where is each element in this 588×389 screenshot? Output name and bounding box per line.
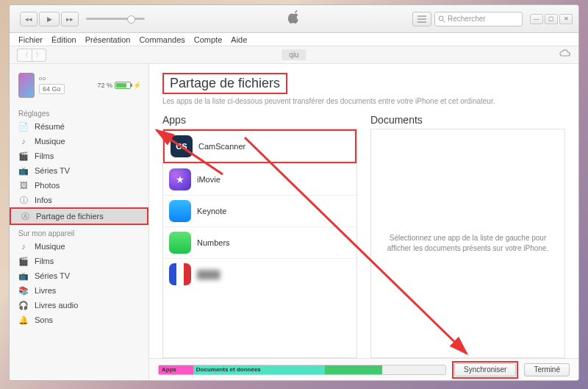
app-label: ████ [197, 270, 220, 279]
columns: Apps CSCamScanner★iMovieKeynoteNumbers██… [149, 108, 578, 358]
body: 64 Go 72 % ⚡ Réglages 📄Résumé♪Musique🎬Fi… [10, 64, 578, 380]
storage-seg-other [325, 365, 382, 374]
menu-edit[interactable]: Édition [51, 35, 76, 44]
next-button[interactable]: ▸▸ [61, 12, 79, 26]
app-icon: ★ [169, 168, 191, 190]
device-bar: 〈 〉 qiu [10, 46, 578, 64]
app-item-imovie[interactable]: ★iMovie [163, 163, 356, 195]
sidebar-icon: 📺 [18, 271, 29, 281]
list-view-button[interactable] [412, 12, 431, 26]
menu-account[interactable]: Compte [194, 35, 223, 44]
sidebar-label: Résumé [35, 122, 65, 131]
sidebar-item-films[interactable]: 🎬Films [10, 149, 148, 163]
maximize-button[interactable]: ▢ [545, 14, 558, 24]
apple-logo-icon [288, 10, 300, 27]
sidebar-item-séries-tv[interactable]: 📺Séries TV [10, 163, 148, 178]
battery-icon [115, 82, 131, 89]
device-capacity: 64 Go [39, 84, 65, 94]
sidebar-item-musique[interactable]: ♪Musique [10, 239, 148, 254]
sidebar-item-musique[interactable]: ♪Musique [10, 134, 148, 149]
apps-list[interactable]: CSCamScanner★iMovieKeynoteNumbers████ [162, 129, 357, 358]
minimize-button[interactable]: — [530, 14, 543, 24]
storage-bar: Apps Documents et données [158, 365, 446, 375]
sidebar-icon: 📚 [18, 285, 29, 296]
svg-point-0 [439, 16, 443, 21]
app-item-keynote[interactable]: Keynote [163, 195, 356, 226]
sidebar-item-livres[interactable]: 📚Livres [10, 283, 148, 298]
app-icon [169, 232, 191, 254]
sidebar-item-livres-audio[interactable]: 🎧Livres audio [10, 298, 148, 313]
sidebar-label: Films [35, 257, 54, 265]
prev-button[interactable]: ◂◂ [20, 12, 37, 26]
menu-controls[interactable]: Commandes [139, 35, 184, 44]
menubar: Fichier Édition Présentation Commandes C… [10, 33, 578, 46]
sidebar-item-films[interactable]: 🎬Films [10, 254, 148, 268]
sidebar-label: Séries TV [35, 271, 70, 280]
app-label: CamScanner [198, 142, 245, 151]
page-subtitle: Les apps de la liste ci-dessous peuvent … [162, 97, 565, 105]
sidebar-icon: ♪ [18, 136, 29, 146]
sidebar-item-sons[interactable]: 🔔Sons [10, 313, 148, 327]
content: Partage de fichiers Les apps de la liste… [149, 64, 578, 380]
search-input[interactable]: Rechercher [434, 12, 523, 26]
sync-button[interactable]: Synchroniser [454, 363, 516, 376]
sidebar-label: Livres [35, 286, 56, 295]
app-label: Keynote [197, 207, 226, 215]
sidebar-item-photos[interactable]: 🖼Photos [10, 178, 148, 193]
app-item-numbers[interactable]: Numbers [163, 226, 356, 258]
close-button[interactable]: ✕ [559, 14, 573, 24]
menu-help[interactable]: Aide [231, 35, 247, 44]
sidebar-icon: 📄 [18, 121, 29, 132]
sidebar: 64 Go 72 % ⚡ Réglages 📄Résumé♪Musique🎬Fi… [10, 64, 149, 380]
sidebar-icon: ⓘ [18, 195, 29, 205]
sidebar-label: Films [35, 151, 54, 160]
storage-seg-free [382, 365, 445, 374]
device-tab[interactable]: qiu [282, 49, 306, 60]
menu-file[interactable]: Fichier [18, 35, 43, 44]
sidebar-item-résumé[interactable]: 📄Résumé [10, 119, 148, 134]
app-label: iMovie [197, 175, 220, 184]
storage-seg-apps: Apps [159, 365, 193, 374]
annotation-sync-box: Synchroniser [452, 361, 518, 379]
sidebar-item-partage-de-fichiers[interactable]: ⒶPartage de fichiers [10, 207, 148, 225]
play-button[interactable]: ▶ [39, 12, 60, 26]
documents-placeholder: Sélectionnez une app de la liste de gauc… [370, 129, 565, 358]
volume-slider[interactable] [86, 18, 145, 20]
sidebar-label: Musique [35, 137, 65, 146]
storage-seg-docs: Documents et données [193, 365, 325, 374]
itunes-window: ◂◂ ▶ ▸▸ Rechercher — ▢ ✕ Fichier Édition [9, 4, 579, 381]
iphone-icon [18, 73, 35, 98]
sidebar-label: Sons [35, 315, 53, 324]
sidebar-item-infos[interactable]: ⓘInfos [10, 193, 148, 207]
window-controls: — ▢ ✕ [530, 14, 573, 24]
documents-column: Documents Sélectionnez une app de la lis… [370, 114, 565, 358]
sidebar-head-settings: Réglages [10, 105, 148, 119]
app-icon [169, 263, 191, 285]
back-button[interactable]: 〈 [17, 49, 32, 62]
nav-buttons: 〈 〉 [17, 49, 46, 62]
sidebar-icon: ♪ [18, 241, 29, 251]
apps-heading: Apps [162, 114, 357, 126]
documents-heading: Documents [370, 114, 565, 126]
annotation-title-box: Partage de fichiers [162, 73, 287, 94]
battery-status: 72 % ⚡ [97, 82, 141, 89]
sidebar-head-device: Sur mon appareil [10, 225, 148, 239]
app-label: Numbers [197, 238, 230, 247]
menu-view[interactable]: Présentation [85, 35, 131, 44]
sidebar-label: Partage de fichiers [36, 212, 104, 221]
search-icon [438, 15, 445, 23]
sidebar-item-séries-tv[interactable]: 📺Séries TV [10, 268, 148, 283]
apps-column: Apps CSCamScanner★iMovieKeynoteNumbers██… [162, 114, 357, 358]
sidebar-icon: 🔔 [18, 315, 29, 325]
sidebar-label: Livres audio [35, 301, 78, 310]
done-button[interactable]: Terminé [524, 363, 570, 376]
forward-button[interactable]: 〉 [32, 49, 46, 62]
sidebar-label: Musique [35, 242, 65, 251]
app-item-camscanner[interactable]: CSCamScanner [163, 129, 356, 163]
sidebar-icon: 🖼 [18, 180, 29, 190]
content-header: Partage de fichiers Les apps de la liste… [149, 64, 578, 108]
app-item-unknown[interactable]: ████ [163, 258, 356, 290]
cloud-icon[interactable] [559, 49, 571, 60]
device-summary: 64 Go 72 % ⚡ [10, 70, 148, 105]
sidebar-label: Photos [35, 181, 60, 190]
